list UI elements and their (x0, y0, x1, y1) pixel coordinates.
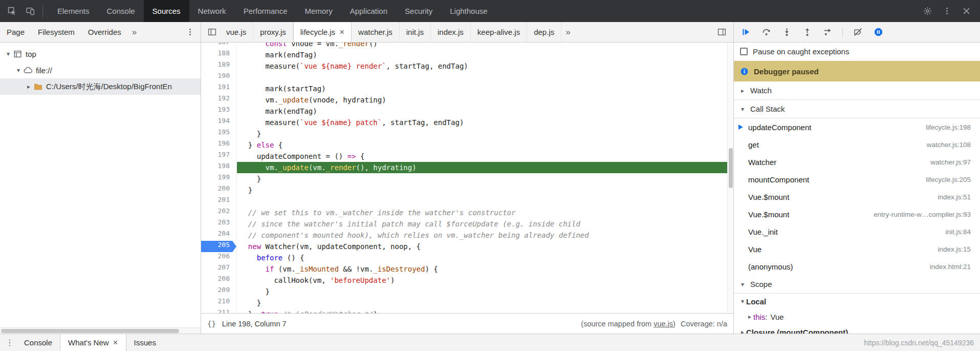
code-line-200[interactable]: } (237, 184, 733, 196)
horizontal-scrollbar[interactable] (0, 327, 201, 334)
gutter-line-198[interactable]: 198 (201, 162, 236, 173)
main-tab-application[interactable]: Application (341, 0, 396, 22)
pause-on-caught-checkbox[interactable] (740, 48, 748, 55)
code-line-210[interactable]: } (237, 297, 733, 308)
code-line-187[interactable]: const vnode = vm._render() (237, 43, 733, 49)
resume-icon[interactable] (738, 25, 753, 40)
more-editor-tabs-chevron-icon[interactable]: » (561, 27, 574, 37)
code-line-207[interactable]: if (vm._isMounted && !vm._isDestroyed) { (237, 263, 733, 275)
gutter-line-200[interactable]: 200 (201, 184, 236, 196)
step-out-icon[interactable] (799, 25, 815, 40)
scrollbar-thumb[interactable] (729, 148, 733, 188)
step-icon[interactable] (820, 25, 835, 40)
gutter-line-190[interactable]: 190 (201, 72, 236, 83)
code-line-190[interactable] (237, 72, 733, 83)
callstack-frame-get[interactable]: getwatcher.js:108 (734, 136, 980, 153)
collapse-arrow-icon[interactable]: ▾ (14, 67, 23, 74)
section-call-stack[interactable]: ▾ Call Stack (734, 100, 980, 118)
callstack-frame-vue-init[interactable]: Vue._initinit.js:84 (734, 223, 980, 240)
gutter-line-188[interactable]: 188 (201, 49, 236, 60)
close-tab-icon[interactable]: × (113, 338, 118, 347)
gutter-line-211[interactable]: 211 (201, 308, 236, 313)
code-line-192[interactable]: vm._update(vnode, hydrating) (237, 94, 733, 106)
code-line-202[interactable]: // we set this to vm._watcher inside the… (237, 207, 733, 218)
kebab-icon[interactable] (938, 3, 955, 20)
code-line-188[interactable]: mark(endTag) (237, 49, 733, 60)
callstack-frame-watcher[interactable]: Watcherwatcher.js:97 (734, 153, 980, 171)
gutter-line-206[interactable]: 206 (201, 252, 236, 263)
main-tab-lighthouse[interactable]: Lighthouse (441, 0, 496, 22)
gutter-line-205[interactable]: 205 (201, 241, 236, 252)
tree-item-top[interactable]: ▾top (0, 46, 201, 62)
tree-item-c-users-desktop-bigfronten[interactable]: ▸C:/Users/时光海/Desktop/BigFrontEn (0, 78, 201, 95)
code-line-203[interactable]: // since the watcher's initial patch may… (237, 218, 733, 230)
navigator-tab-overrides[interactable]: Overrides (81, 28, 128, 36)
more-tabs-chevron-icon[interactable]: » (128, 27, 141, 37)
code-line-193[interactable]: mark(endTag) (237, 106, 733, 117)
code-line-209[interactable]: } (237, 286, 733, 297)
code-line-191[interactable]: mark(startTag) (237, 83, 733, 94)
navigator-tab-filesystem[interactable]: Filesystem (31, 28, 81, 36)
file-tab-init-js[interactable]: init.js (400, 22, 431, 42)
device-toolbar-icon[interactable] (21, 3, 39, 20)
navigator-toggle-icon[interactable] (204, 25, 220, 40)
callstack-frame-vue-mount[interactable]: Vue.$mountentry-runtime-w…compiler.js:93 (734, 205, 980, 223)
code-line-205[interactable]: new Watcher(vm, updateComponent, noop, { (237, 241, 733, 252)
section-scope[interactable]: ▾ Scope (734, 275, 980, 294)
drawer-tab-issues[interactable]: Issues (126, 334, 164, 351)
drawer-menu-icon[interactable]: ⋮ (3, 334, 16, 351)
code-line-201[interactable] (237, 196, 733, 207)
gutter-line-193[interactable]: 193 (201, 106, 236, 117)
pretty-print-icon[interactable]: {} (207, 320, 216, 328)
main-tab-elements[interactable]: Elements (49, 0, 98, 22)
drawer-tab-what-s-new[interactable]: What's New× (60, 334, 126, 351)
expand-arrow-icon[interactable]: ▸ (25, 83, 33, 90)
gutter-line-208[interactable]: 208 (201, 275, 236, 286)
close-icon[interactable] (957, 3, 975, 20)
code-line-211[interactable]: }, true /* isRenderWatcher */) (237, 308, 733, 313)
settings-gear-icon[interactable] (919, 3, 936, 20)
gutter-line-201[interactable]: 201 (201, 196, 236, 207)
vertical-scrollbar[interactable] (727, 43, 733, 313)
panel-toggle-icon[interactable] (714, 25, 729, 40)
tree-item-file[interactable]: ▾file:// (0, 62, 201, 78)
code-line-199[interactable]: } (237, 173, 733, 184)
main-tab-memory[interactable]: Memory (296, 0, 341, 22)
callstack-frame-anonymous[interactable]: (anonymous)index.html:21 (734, 258, 980, 275)
file-tab-proxy-js[interactable]: proxy.js (253, 22, 293, 42)
gutter-line-209[interactable]: 209 (201, 286, 236, 297)
scope-prop-this[interactable]: ▸this:Vue (734, 309, 980, 324)
main-tab-security[interactable]: Security (396, 0, 441, 22)
close-tab-icon[interactable]: × (339, 28, 344, 36)
code-line-194[interactable]: measure(`vue ${name} patch`, startTag, e… (237, 117, 733, 128)
gutter-line-197[interactable]: 197 (201, 151, 236, 162)
file-tab-lifecycle-js[interactable]: lifecycle.js× (293, 22, 352, 42)
main-tab-console[interactable]: Console (98, 0, 144, 22)
gutter-line-195[interactable]: 195 (201, 128, 236, 139)
file-tab-keep-alive-js[interactable]: keep-alive.js (471, 22, 527, 42)
gutter-line-204[interactable]: 204 (201, 230, 236, 241)
gutter-line-202[interactable]: 202 (201, 207, 236, 218)
code-line-197[interactable]: updateComponent = () => { (237, 151, 733, 162)
gutter-line-203[interactable]: 203 (201, 218, 236, 230)
gutter-line-207[interactable]: 207 (201, 263, 236, 275)
callstack-frame-vue[interactable]: Vueindex.js:15 (734, 240, 980, 258)
file-tab-watcher-js[interactable]: watcher.js (352, 22, 400, 42)
gutter-line-192[interactable]: 192 (201, 94, 236, 106)
gutter-line-187[interactable]: 187 (201, 43, 236, 49)
step-over-icon[interactable] (758, 25, 774, 40)
source-mapped-link[interactable]: vue.js (654, 320, 673, 328)
drawer-tab-console[interactable]: Console (16, 334, 60, 351)
code-line-206[interactable]: before () { (237, 252, 733, 263)
callstack-frame-mountcomponent[interactable]: mountComponentlifecycle.js:205 (734, 171, 980, 188)
code-line-196[interactable]: } else { (237, 139, 733, 151)
main-tab-network[interactable]: Network (189, 0, 235, 22)
main-tab-performance[interactable]: Performance (235, 0, 296, 22)
step-into-icon[interactable] (779, 25, 794, 40)
file-tab-dep-js[interactable]: dep.js (527, 22, 561, 42)
gutter-line-199[interactable]: 199 (201, 173, 236, 184)
section-watch[interactable]: ▸ Watch (734, 81, 980, 100)
code-line-208[interactable]: callHook(vm, 'beforeUpdate') (237, 275, 733, 286)
code-line-189[interactable]: measure(`vue ${name} render`, startTag, … (237, 60, 733, 72)
scope-group-closure-mountcomponent[interactable]: ▸Closure (mountComponent) (734, 324, 980, 334)
